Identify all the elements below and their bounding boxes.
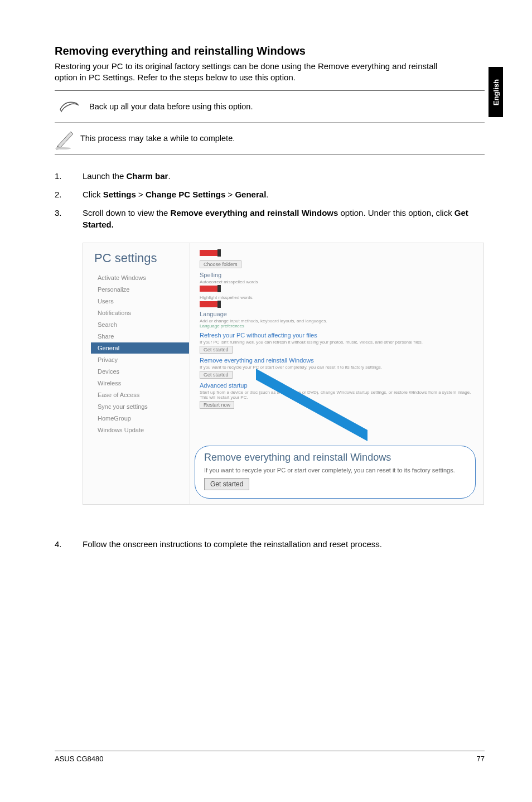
footer-page-number: 77	[477, 755, 485, 763]
note-icon	[57, 96, 81, 117]
note-text: Back up all your data before using this …	[89, 102, 253, 111]
note-row: Back up all your data before using this …	[55, 91, 485, 122]
page-footer: ASUS CG8480 77	[55, 751, 485, 763]
nav-item[interactable]: Share	[94, 331, 189, 342]
toggle[interactable]	[200, 286, 219, 292]
get-started-button[interactable]: Get started	[200, 346, 233, 354]
restart-button[interactable]: Restart now	[200, 401, 234, 409]
intro-paragraph: Restoring your PC to its original factor…	[55, 61, 485, 84]
svg-point-0	[55, 147, 71, 149]
nav-item[interactable]: Ease of Access	[94, 389, 189, 400]
get-started-button[interactable]: Get started	[204, 478, 249, 490]
step-item: Launch the Charm bar.	[55, 170, 485, 182]
note-text: This process may take a while to complet…	[80, 134, 235, 143]
callout-title: Remove everything and reinstall Windows	[204, 452, 466, 463]
section-heading: Refresh your PC without affecting your f…	[200, 332, 475, 339]
step-item: Scroll down to view the Remove everythin…	[55, 207, 485, 230]
callout-box: Remove everything and reinstall Windows …	[195, 446, 476, 499]
nav-item[interactable]: Activate Windows	[94, 272, 189, 283]
nav-item[interactable]: Users	[94, 296, 189, 307]
note-row: This process may take a while to complet…	[55, 122, 485, 154]
toggle[interactable]	[200, 250, 219, 256]
nav-item[interactable]: HomeGroup	[94, 413, 189, 424]
mini-button[interactable]: Choose folders	[200, 260, 241, 268]
step-item: Click Settings > Change PC Settings > Ge…	[55, 189, 485, 200]
nav-item[interactable]: Devices	[94, 366, 189, 377]
svg-marker-1	[256, 369, 367, 441]
nav-item[interactable]: Windows Update	[94, 424, 189, 436]
nav-item[interactable]: Privacy	[94, 354, 189, 365]
pen-icon	[52, 128, 80, 148]
section-heading: Spelling	[200, 272, 475, 278]
pc-settings-title: PC settings	[94, 251, 189, 265]
embedded-screenshot: PC settings Activate Windows Personalize…	[83, 243, 484, 505]
page-title: Removing everything and reinstalling Win…	[55, 45, 485, 57]
settings-nav: Activate Windows Personalize Users Notif…	[94, 272, 189, 436]
nav-item[interactable]: Personalize	[94, 284, 189, 295]
notes-box: Back up all your data before using this …	[55, 90, 485, 154]
callout-text: If you want to recycle your PC or start …	[204, 467, 466, 474]
callout-pointer	[256, 369, 379, 452]
get-started-button[interactable]: Get started	[200, 371, 233, 379]
nav-item[interactable]: Wireless	[94, 378, 189, 389]
nav-item-selected[interactable]: General	[91, 342, 189, 354]
footer-model: ASUS CG8480	[55, 755, 103, 763]
nav-item[interactable]: Sync your settings	[94, 401, 189, 412]
steps-list-continued: Follow the onscreen instructions to comp…	[55, 538, 485, 550]
section-heading: Language	[200, 311, 475, 317]
step-item: Follow the onscreen instructions to comp…	[55, 538, 485, 550]
steps-list: Launch the Charm bar. Click Settings > C…	[55, 170, 485, 230]
nav-item[interactable]: Notifications	[94, 307, 189, 318]
nav-item[interactable]: Search	[94, 319, 189, 330]
toggle[interactable]	[200, 301, 219, 307]
language-tab: English	[489, 67, 503, 117]
section-heading: Remove everything and reinstall Windows	[200, 357, 475, 364]
